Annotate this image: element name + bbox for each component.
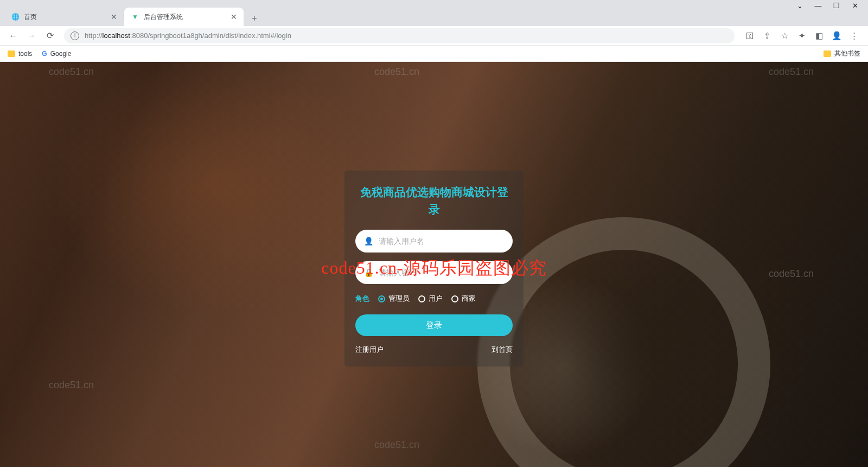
role-option-user[interactable]: 用户	[418, 294, 443, 304]
radio-icon	[378, 295, 385, 302]
new-tab-button[interactable]: +	[247, 11, 262, 26]
close-tab-icon[interactable]: ✕	[111, 12, 117, 21]
site-info-icon[interactable]: i	[71, 31, 79, 40]
address-bar[interactable]: i http://localhost:8080/springboot1a8gh/…	[64, 28, 735, 43]
extensions-icon[interactable]: ✦	[796, 30, 807, 41]
radio-icon	[451, 295, 458, 302]
home-link[interactable]: 到首页	[492, 345, 513, 355]
user-icon: 👤	[364, 237, 373, 245]
tab-title: 首页	[24, 12, 106, 22]
vue-icon: ▼	[131, 12, 139, 21]
toolbar-actions: ⚿ ⇪ ☆ ✦ ◧ 👤 ⋮	[741, 30, 863, 41]
menu-icon[interactable]: ⋮	[848, 30, 859, 41]
browser-tab-home[interactable]: 🌐 首页 ✕	[4, 8, 124, 26]
tab-strip: 🌐 首页 ✕ ▼ 后台管理系统 ✕ +	[0, 7, 868, 26]
forward-button[interactable]: →	[24, 28, 39, 43]
profile-icon[interactable]: 👤	[831, 30, 842, 41]
sidepanel-icon[interactable]: ◧	[814, 30, 825, 41]
back-button[interactable]: ←	[5, 28, 21, 43]
maximize-icon[interactable]: ❐	[833, 2, 840, 9]
tab-title: 后台管理系统	[144, 12, 226, 22]
bookmark-other[interactable]: 其他书签	[824, 49, 860, 58]
role-text: 商家	[462, 294, 476, 304]
globe-icon: 🌐	[11, 12, 20, 21]
folder-icon	[8, 51, 15, 57]
browser-tab-admin[interactable]: ▼ 后台管理系统 ✕	[124, 8, 244, 26]
role-text: 用户	[429, 294, 443, 304]
minimize-icon[interactable]: —	[815, 2, 821, 9]
bookmark-label: tools	[18, 50, 32, 58]
reload-button[interactable]: ⟳	[42, 28, 58, 43]
close-window-icon[interactable]: ✕	[852, 2, 858, 9]
window-controls: ⌄ — ❐ ✕	[0, 0, 868, 7]
dropdown-icon[interactable]: ⌄	[796, 2, 803, 9]
username-input-wrap: 👤	[355, 230, 513, 253]
google-icon: G	[42, 50, 47, 58]
role-label: 角色	[355, 294, 369, 304]
role-text: 管理员	[388, 294, 410, 304]
watermark-overlay-text: code51.cn-源码乐园盗图必究	[321, 256, 546, 280]
password-key-icon[interactable]: ⚿	[744, 30, 755, 41]
role-option-admin[interactable]: 管理员	[378, 294, 410, 304]
browser-toolbar: ← → ⟳ i http://localhost:8080/springboot…	[0, 26, 868, 46]
radio-icon	[418, 295, 425, 302]
bookmark-google[interactable]: G Google	[42, 50, 71, 58]
folder-icon	[824, 51, 831, 57]
bookmarks-bar: tools G Google 其他书签	[0, 46, 868, 62]
url-text: http://localhost:8080/springboot1a8gh/ad…	[85, 31, 291, 40]
role-option-merchant[interactable]: 商家	[451, 294, 476, 304]
bookmark-label: 其他书签	[834, 49, 860, 58]
username-input[interactable]	[379, 237, 504, 245]
login-title: 免税商品优选购物商城设计登录	[355, 184, 513, 218]
close-tab-icon[interactable]: ✕	[231, 12, 237, 21]
register-link[interactable]: 注册用户	[355, 345, 384, 355]
page-content: code51.cn code51.cn code51.cn code51.cn …	[0, 62, 868, 467]
share-icon[interactable]: ⇪	[762, 30, 773, 41]
browser-chrome: ⌄ — ❐ ✕ 🌐 首页 ✕ ▼ 后台管理系统 ✕ +	[0, 0, 868, 26]
login-links: 注册用户 到首页	[355, 345, 513, 355]
bookmark-tools[interactable]: tools	[8, 50, 32, 58]
role-selector: 角色 管理员 用户 商家	[355, 294, 513, 304]
bookmark-star-icon[interactable]: ☆	[779, 30, 790, 41]
bookmark-label: Google	[50, 50, 72, 58]
login-button[interactable]: 登录	[355, 314, 513, 336]
